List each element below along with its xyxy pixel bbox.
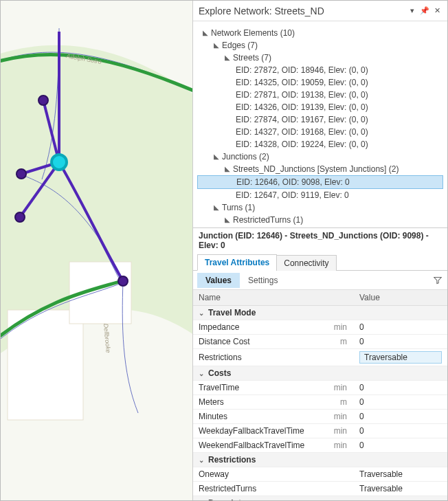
- tree-edge-item[interactable]: EID: 27871, OID: 19138, Elev: (0, 0): [197, 89, 443, 101]
- close-icon[interactable]: ✕: [432, 6, 442, 16]
- tree-sys-junctions[interactable]: ◣Streets_ND_Junctions [System Junctions]…: [197, 163, 443, 175]
- tree-edges[interactable]: ◣Edges (7): [197, 39, 443, 52]
- caret-down-icon: ◣: [214, 153, 221, 160]
- chevron-down-icon: ⌄: [199, 309, 205, 317]
- row-weekday-fallback: WeekdayFallbackTravelTime min 0: [193, 424, 447, 438]
- caret-down-icon: ◣: [214, 204, 221, 211]
- col-value: Value: [354, 290, 447, 306]
- tree-streets[interactable]: ◣Streets (7): [197, 52, 443, 64]
- tree-junctions[interactable]: ◣Junctions (2): [197, 151, 443, 163]
- subtab-settings[interactable]: Settings: [240, 273, 286, 288]
- dock-dropdown-icon[interactable]: ▾: [407, 6, 417, 16]
- pane-header: Explore Network: Streets_ND ▾ 📌 ✕: [193, 1, 447, 21]
- tree-edge-item[interactable]: EID: 14326, OID: 19139, Elev: (0, 0): [197, 101, 443, 113]
- tree-edge-item[interactable]: EID: 14327, OID: 19168, Elev: (0, 0): [197, 126, 443, 138]
- row-distance-cost: Distance Cost m 0: [193, 335, 447, 349]
- detail-subtabs: Values Settings: [193, 271, 447, 290]
- col-name: Name: [193, 290, 354, 306]
- filter-icon[interactable]: [432, 275, 443, 286]
- row-restricted-turns: RestrictedTurns Traversable: [193, 482, 447, 496]
- svg-rect-1: [8, 310, 83, 420]
- attribute-grid[interactable]: Name Value ⌄Travel Mode Impedance min 0 …: [193, 290, 447, 500]
- caret-down-icon: ◣: [214, 42, 221, 49]
- group-costs[interactable]: ⌄Costs: [193, 366, 447, 381]
- subtab-values[interactable]: Values: [197, 273, 240, 288]
- tree-root[interactable]: ◣Network Elements (10): [197, 27, 443, 39]
- caret-down-icon: ◣: [225, 54, 232, 61]
- tab-travel-attributes[interactable]: Travel Attributes: [197, 254, 277, 271]
- tab-connectivity[interactable]: Connectivity: [276, 255, 336, 271]
- svg-point-5: [15, 212, 25, 222]
- caret-down-icon: ◣: [225, 166, 232, 172]
- restrictions-value-input: Traversable: [359, 351, 442, 364]
- tree-junction-item-selected[interactable]: EID: 12646, OID: 9098, Elev: 0: [197, 175, 443, 189]
- tree-edge-item[interactable]: EID: 27874, OID: 19167, Elev: (0, 0): [197, 113, 443, 126]
- caret-down-icon: ◣: [225, 216, 232, 223]
- row-meters: Meters m 0: [193, 395, 447, 410]
- row-weekend-fallback: WeekendFallbackTravelTime min 0: [193, 438, 447, 453]
- row-impedance: Impedance min 0: [193, 320, 447, 335]
- tree-rturns[interactable]: ◣RestrictedTurns (1): [197, 214, 443, 226]
- chevron-down-icon: ⌄: [199, 370, 205, 377]
- chevron-down-icon: ⌄: [199, 456, 205, 464]
- map-canvas[interactable]: Adolph Sutro Dellbrooke: [1, 1, 193, 500]
- group-restrictions[interactable]: ⌄Restrictions: [193, 453, 447, 467]
- pane-title: Explore Network: Streets_ND: [199, 5, 407, 16]
- svg-point-4: [16, 169, 26, 179]
- selected-junction[interactable]: [52, 155, 67, 170]
- detail-tabs: Travel Attributes Connectivity: [193, 253, 447, 271]
- tree-edge-item[interactable]: EID: 27872, OID: 18946, Elev: (0, 0): [197, 64, 443, 76]
- network-tree[interactable]: ◣Network Elements (10) ◣Edges (7) ◣Stree…: [193, 21, 447, 227]
- tree-turns[interactable]: ◣Turns (1): [197, 201, 443, 214]
- svg-point-6: [118, 276, 128, 286]
- row-oneway: Oneway Traversable: [193, 467, 447, 482]
- tree-edge-item[interactable]: EID: 14325, OID: 19059, Elev: (0, 0): [197, 76, 443, 89]
- caret-down-icon: ◣: [203, 30, 210, 36]
- svg-point-3: [38, 96, 48, 105]
- group-travel-mode[interactable]: ⌄Travel Mode: [193, 306, 447, 320]
- pin-icon[interactable]: 📌: [420, 6, 429, 16]
- tree-junction-item[interactable]: EID: 12647, OID: 9119, Elev: 0: [197, 189, 443, 201]
- row-traveltime: TravelTime min 0: [193, 381, 447, 395]
- tree-edge-item[interactable]: EID: 14328, OID: 19224, Elev: (0, 0): [197, 138, 443, 151]
- row-minutes: Minutes min 0: [193, 410, 447, 424]
- detail-header: Junction (EID: 12646) - Streets_ND_Junct…: [193, 227, 447, 253]
- group-descriptors[interactable]: ⌄Descriptors: [193, 496, 447, 501]
- row-restrictions: Restrictions Traversable: [193, 349, 447, 366]
- chevron-down-icon: ⌄: [199, 500, 205, 500]
